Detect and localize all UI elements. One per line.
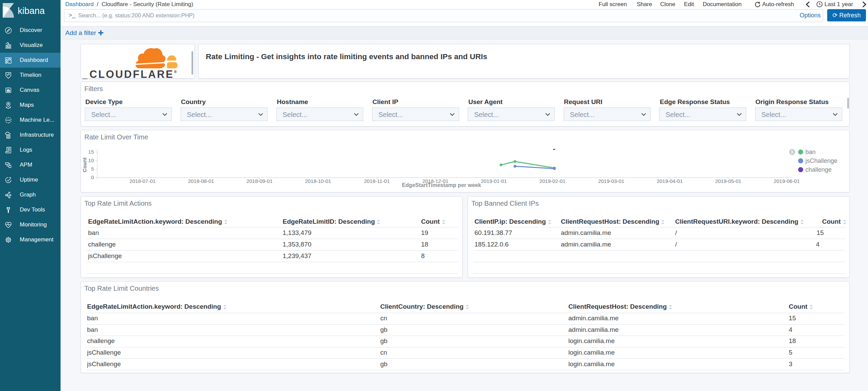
- svg-text:15: 15: [88, 149, 94, 155]
- svg-text:EdgeStartTimestamp per week: EdgeStartTimestamp per week: [402, 182, 481, 188]
- svg-text:5: 5: [91, 166, 94, 172]
- svg-text:2018-07-01: 2018-07-01: [130, 178, 156, 184]
- svg-text:2019-01-01: 2019-01-01: [481, 178, 507, 184]
- svg-text:2019-03-01: 2019-03-01: [598, 178, 624, 184]
- svg-text:0: 0: [91, 174, 94, 180]
- svg-text:2018-11-01: 2018-11-01: [364, 178, 390, 184]
- svg-text:10: 10: [88, 157, 94, 163]
- svg-text:challenge: challenge: [805, 166, 832, 173]
- svg-text:2019-02-01: 2019-02-01: [539, 178, 566, 184]
- svg-text:2018-10-01: 2018-10-01: [305, 178, 331, 184]
- svg-text:2019-06-01: 2019-06-01: [774, 178, 800, 184]
- svg-text:ban: ban: [805, 149, 816, 155]
- svg-text:2019-05-01: 2019-05-01: [715, 178, 741, 184]
- svg-text:2018-09-01: 2018-09-01: [247, 178, 273, 184]
- svg-text:Count: Count: [82, 157, 87, 172]
- svg-text:2019-04-01: 2019-04-01: [657, 178, 683, 184]
- svg-text:jsChallenge: jsChallenge: [805, 157, 837, 164]
- svg-text:2018-08-01: 2018-08-01: [188, 178, 214, 184]
